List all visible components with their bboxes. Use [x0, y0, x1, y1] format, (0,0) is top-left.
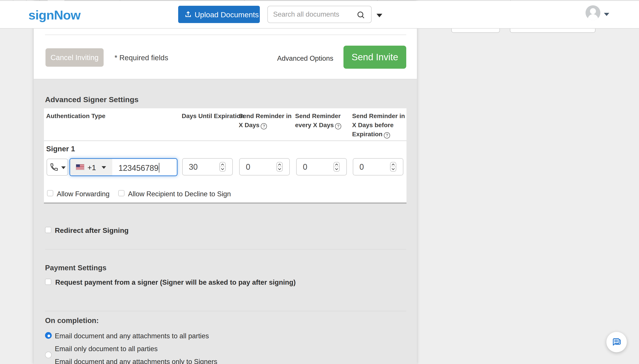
country-code: +1 [87, 163, 96, 172]
reminder-before-expiration-stepper[interactable] [390, 162, 396, 172]
help-icon[interactable]: ? [384, 132, 390, 138]
completion-option-label: Email document and any attachments to al… [55, 332, 209, 340]
chevron-up-icon [221, 163, 224, 166]
days-until-expiration-input[interactable]: 30 [182, 158, 233, 176]
invite-actions-card: Cancel Inviting * Required fields Advanc… [34, 28, 417, 79]
phone-number-group: +1 123456789 [69, 158, 177, 176]
section-divider [45, 249, 406, 250]
search-box [267, 6, 372, 23]
chevron-up-icon [278, 163, 281, 166]
chevron-up-icon [391, 163, 395, 166]
signnow-logo[interactable]: signNow [28, 8, 81, 22]
avatar-person-icon [590, 8, 596, 14]
signer-name: Signer 1 [46, 145, 75, 153]
help-icon[interactable]: ? [335, 123, 341, 130]
caret-down-icon [61, 166, 66, 169]
reminder-in-x-days-stepper[interactable] [277, 162, 283, 172]
card-divider [45, 34, 406, 35]
phone-icon [50, 162, 59, 172]
completion-radio-only-document[interactable] [45, 352, 52, 358]
col-days-until-expiration: Days Until Expiration [182, 112, 248, 120]
col-send-reminder-in-x-days: Send Reminder in X Days? [239, 112, 294, 130]
completion-option-label: Email document and any attachments only … [55, 358, 217, 364]
account-menu-caret-icon[interactable] [604, 13, 609, 16]
avatar[interactable] [585, 5, 600, 20]
help-icon[interactable]: ? [261, 123, 267, 130]
search-input[interactable] [273, 8, 351, 21]
support-chat-button[interactable] [606, 332, 627, 352]
signer-row: Signer 1 +1 123456789 [44, 141, 406, 202]
chevron-down-icon [391, 168, 395, 170]
completion-radio-all-parties-attachments[interactable] [45, 332, 52, 339]
on-completion-title: On completion: [45, 316, 99, 325]
request-payment-checkbox[interactable] [45, 279, 51, 285]
text-cursor [159, 163, 159, 172]
chevron-down-icon [335, 168, 338, 170]
phone-number-input[interactable]: 123456789 [112, 159, 177, 176]
section-divider [45, 311, 406, 311]
page: signNow Upload Documents [0, 0, 639, 364]
required-fields-note: * Required fields [114, 54, 168, 62]
chat-icon [611, 337, 622, 348]
allow-decline-label: Allow Recipient to Decline to Sign [128, 190, 231, 198]
advanced-options-link[interactable]: Advanced Options [277, 54, 333, 62]
allow-forwarding-label: Allow Forwarding [57, 190, 110, 198]
search-icon[interactable] [356, 10, 366, 20]
allow-forwarding-checkbox[interactable] [47, 190, 53, 196]
reminder-before-expiration-input[interactable]: 0 [353, 158, 403, 176]
redirect-after-signing-label: Redirect after Signing [55, 226, 129, 234]
redirect-after-signing-checkbox[interactable] [45, 227, 51, 233]
upload-icon [184, 10, 192, 18]
upload-button-label: Upload Documents [194, 10, 259, 19]
country-code-dropdown[interactable]: +1 [70, 159, 112, 176]
settings-table-header: Authentication Type Days Until Expiratio… [44, 108, 406, 140]
caret-down-icon [102, 166, 106, 169]
upload-documents-button[interactable]: Upload Documents [178, 6, 260, 23]
chevron-down-icon [221, 168, 224, 170]
chevron-down-icon [278, 168, 281, 170]
allow-decline-checkbox[interactable] [118, 190, 124, 196]
reminder-in-x-days-input[interactable]: 0 [239, 158, 290, 176]
table-bottom-border [44, 202, 406, 204]
completion-option-label: Email only document to all parties [55, 345, 158, 353]
advanced-signer-settings-title: Advanced Signer Settings [45, 95, 138, 104]
reminder-every-x-days-stepper[interactable] [333, 162, 340, 172]
main-column: Cancel Inviting * Required fields Advanc… [34, 1, 417, 364]
reminder-every-x-days-input[interactable]: 0 [296, 158, 347, 176]
payment-settings-title: Payment Settings [45, 264, 107, 272]
col-send-reminder-before-expiration: Send Reminder in X Days before Expiratio… [352, 112, 407, 139]
send-invite-button[interactable]: Send Invite [343, 46, 406, 69]
search-scope-caret-icon[interactable] [376, 14, 382, 17]
app-header: signNow Upload Documents [0, 1, 639, 28]
cancel-inviting-button[interactable]: Cancel Inviting [46, 48, 104, 67]
col-authentication-type: Authentication Type [46, 112, 142, 120]
days-until-expiration-stepper[interactable] [220, 162, 226, 172]
chevron-up-icon [335, 163, 338, 166]
auth-type-dropdown[interactable] [47, 159, 68, 176]
us-flag-icon [76, 164, 84, 170]
request-payment-label: Request payment from a signer (Signer wi… [55, 278, 296, 286]
col-send-reminder-every-x-days: Send Reminder every X Days? [295, 112, 358, 130]
